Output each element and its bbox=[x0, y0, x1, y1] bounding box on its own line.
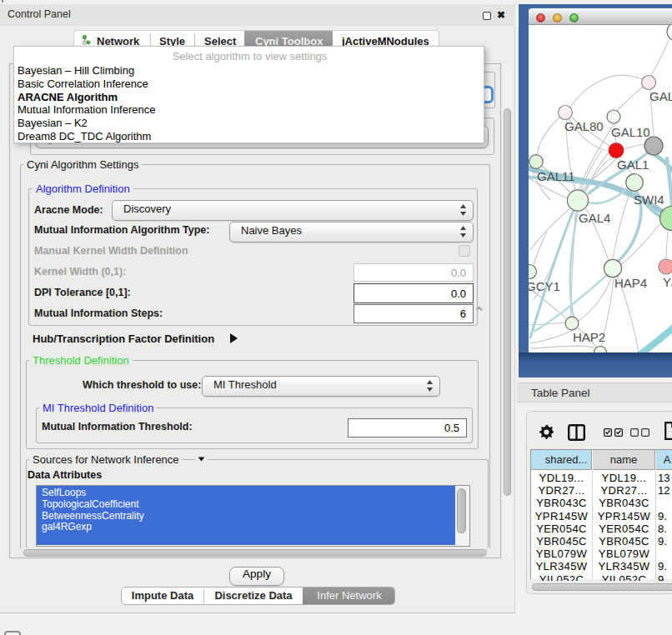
svg-text:GAL10: GAL10 bbox=[611, 125, 650, 139]
svg-text:YJ: YJ bbox=[663, 275, 672, 289]
svg-text:GCY1: GCY1 bbox=[529, 279, 560, 293]
svg-text:SWI4: SWI4 bbox=[634, 192, 664, 207]
svg-text:GAL4: GAL4 bbox=[579, 211, 610, 225]
svg-text:GAL2: GAL2 bbox=[649, 89, 672, 103]
svg-text:GAL1: GAL1 bbox=[617, 158, 649, 172]
svg-text:GAL11: GAL11 bbox=[537, 169, 575, 183]
svg-text:GAL80: GAL80 bbox=[564, 119, 604, 133]
svg-text:HAP2: HAP2 bbox=[573, 330, 605, 344]
svg-text:HAP4: HAP4 bbox=[614, 276, 647, 290]
